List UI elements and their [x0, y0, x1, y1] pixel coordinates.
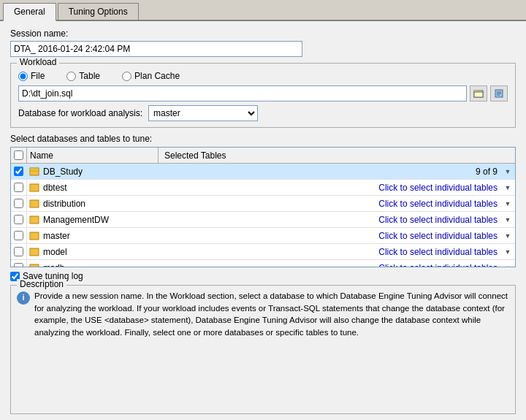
svg-rect-2: [474, 92, 483, 97]
row-checkbox-6[interactable]: [14, 247, 23, 256]
row-arrow-5[interactable]: ▼: [505, 232, 511, 240]
workload-table-option[interactable]: Table: [66, 71, 100, 81]
db-icon-6: [29, 248, 39, 256]
db-select[interactable]: master DB_Study dbtest distribution Mana…: [148, 105, 258, 121]
header-name-col: Name: [27, 148, 159, 163]
workload-file-option[interactable]: File: [18, 71, 45, 81]
open-icon: [494, 88, 504, 99]
table-row: dbtest Click to select individual tables…: [11, 180, 515, 196]
row-checkbox-3[interactable]: [14, 199, 23, 208]
row-arrow-4[interactable]: ▼: [505, 216, 511, 224]
table-row: msdb Click to select individual tables ▼: [11, 260, 515, 267]
header-check-col: [11, 148, 27, 163]
row-name-1: DB_Study: [42, 167, 144, 177]
description-text: Provide a new session name. In the Workl…: [34, 290, 509, 339]
row-checkbox-7[interactable]: [14, 263, 23, 267]
row-selected-5[interactable]: Click to select individual tables: [144, 231, 500, 241]
row-name-7: msdb: [42, 263, 144, 267]
row-arrow-1[interactable]: ▼: [505, 168, 511, 175]
browse-icon: [473, 88, 484, 99]
db-icon-2: [29, 183, 39, 192]
row-name-2: dbtest: [42, 183, 144, 193]
table-row: DB_Study 9 of 9 ▼: [11, 164, 515, 180]
save-log-row: Save tuning log: [10, 271, 516, 281]
db-icon-5: [29, 232, 39, 240]
description-group: Description i Provide a new session name…: [10, 285, 516, 414]
row-name-5: master: [42, 231, 144, 241]
row-selected-2[interactable]: Click to select individual tables: [144, 183, 500, 193]
db-icon-7: [29, 264, 39, 267]
workload-group-title: Workload: [17, 57, 59, 67]
tune-table-header: Name Selected Tables: [11, 148, 515, 164]
session-name-label: Session name:: [10, 28, 516, 39]
row-selected-7[interactable]: Click to select individual tables: [144, 263, 500, 267]
row-arrow-3[interactable]: ▼: [505, 200, 511, 207]
svg-rect-12: [30, 232, 39, 240]
session-name-input[interactable]: [10, 41, 302, 57]
workload-file-radio[interactable]: [18, 72, 28, 81]
db-icon-3: [29, 199, 39, 208]
db-icon-4: [29, 215, 39, 224]
workload-group: Workload File Table Plan Cache: [10, 63, 516, 128]
db-label: Database for workload analysis:: [18, 108, 142, 118]
table-row: distribution Click to select individual …: [11, 196, 515, 212]
header-selected-col: Selected Tables: [159, 150, 503, 161]
description-text-row: i Provide a new session name. In the Wor…: [17, 290, 509, 339]
db-icon-1: [29, 167, 39, 176]
row-name-4: ManagementDW: [42, 215, 144, 225]
row-arrow-6[interactable]: ▼: [505, 248, 511, 256]
svg-rect-8: [30, 168, 39, 171]
db-row: Database for workload analysis: master D…: [18, 105, 508, 121]
table-row: master Click to select individual tables…: [11, 228, 515, 244]
workload-plancache-radio[interactable]: [122, 72, 132, 81]
row-checkbox-2[interactable]: [14, 183, 23, 192]
main-window: General Tuning Options Session name: Wor…: [0, 0, 526, 420]
tab-tuning-options[interactable]: Tuning Options: [58, 3, 139, 20]
workload-table-radio[interactable]: [66, 72, 76, 81]
row-selected-3[interactable]: Click to select individual tables: [144, 199, 500, 209]
tab-general[interactable]: General: [3, 3, 56, 21]
open-button[interactable]: [490, 85, 508, 102]
row-checkbox-4[interactable]: [14, 215, 23, 224]
table-row: model Click to select individual tables …: [11, 244, 515, 260]
tune-table: Name Selected Tables DB_Study: [10, 147, 516, 267]
table-row: ManagementDW Click to select individual …: [11, 212, 515, 228]
row-selected-6[interactable]: Click to select individual tables: [144, 247, 500, 257]
browse-button[interactable]: [470, 85, 487, 102]
tune-section-label: Select databases and tables to tune:: [10, 134, 516, 144]
row-arrow-2[interactable]: ▼: [505, 184, 511, 191]
content-area: Session name: Workload File Table Plan C…: [0, 21, 526, 420]
svg-rect-13: [30, 248, 39, 256]
info-icon: i: [17, 291, 30, 305]
tab-bar: General Tuning Options: [0, 0, 526, 21]
row-arrow-7[interactable]: ▼: [505, 264, 511, 267]
workload-plancache-option[interactable]: Plan Cache: [122, 71, 180, 81]
svg-rect-10: [30, 200, 39, 207]
file-row: [18, 85, 508, 102]
tune-table-body[interactable]: DB_Study 9 of 9 ▼ dbtest Click to select…: [11, 164, 515, 267]
svg-rect-11: [30, 216, 39, 224]
svg-rect-14: [30, 264, 39, 267]
row-checkbox-5[interactable]: [14, 231, 23, 240]
svg-rect-9: [30, 184, 39, 191]
select-all-checkbox[interactable]: [14, 150, 23, 160]
workload-radio-row: File Table Plan Cache: [18, 71, 508, 81]
description-group-title: Description: [17, 279, 66, 289]
row-name-3: distribution: [42, 199, 144, 209]
row-checkbox-1[interactable]: [14, 167, 23, 176]
row-name-6: model: [42, 247, 144, 257]
row-selected-1: 9 of 9: [144, 167, 500, 177]
row-selected-4[interactable]: Click to select individual tables: [144, 215, 500, 225]
file-path-input[interactable]: [18, 85, 467, 102]
